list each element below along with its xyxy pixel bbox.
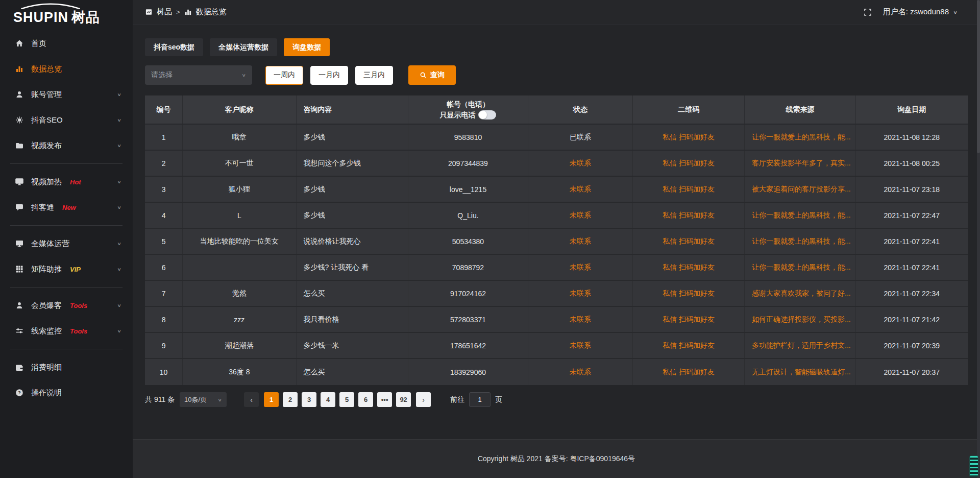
next-page-button[interactable]: › (416, 392, 431, 407)
page-size-select[interactable]: 10条/页 ∨ (180, 392, 227, 407)
sidebar-item-抖客通[interactable]: 抖客通New∨ (0, 195, 133, 220)
page-button-4[interactable]: 4 (321, 392, 335, 407)
sidebar-item-label: 操作说明 (31, 388, 62, 398)
cell-qrcode[interactable]: 私信 扫码加好友 (633, 307, 745, 332)
breadcrumb-current: 数据总览 (196, 7, 227, 17)
cell-date: 2021-11-08 00:25 (856, 151, 968, 176)
page-button-6[interactable]: 6 (358, 392, 373, 407)
table-row: 8zzz我只看价格572803371未联系私信 扫码加好友如何正确选择投影仪，买… (145, 307, 968, 333)
member-icon (15, 301, 23, 309)
chevron-down-icon: ∨ (117, 328, 121, 333)
cell-source[interactable]: 感谢大家喜欢我家，被问了好... (745, 281, 856, 306)
cell-content: 多少钱一米 (297, 333, 408, 358)
panel-icon (145, 8, 153, 16)
table-row: 1哦章多少钱9583810已联系私信 扫码加好友让你一眼就爱上的黑科技，能...… (145, 125, 968, 151)
column-header-线索来源: 线索来源 (745, 95, 856, 124)
breadcrumb-root[interactable]: 树品 (157, 7, 172, 17)
cell-qrcode[interactable]: 私信 扫码加好友 (633, 177, 745, 202)
prev-page-button[interactable]: ‹ (244, 392, 259, 407)
page-button-92[interactable]: 92 (396, 392, 411, 407)
sidebar-item-账号管理[interactable]: 账号管理∨ (0, 82, 133, 107)
breadcrumb: 树品 > 数据总览 (145, 7, 227, 17)
column-header-询盘日期: 询盘日期 (856, 95, 968, 124)
cell-source[interactable]: 无主灯设计，智能磁吸轨道灯... (745, 359, 856, 385)
question-icon: ? (15, 389, 23, 397)
sidebar-item-badge: VIP (70, 266, 81, 273)
sidebar-item-首页[interactable]: 首页 (0, 31, 133, 56)
sidebar-item-数据总览[interactable]: 数据总览 (0, 56, 133, 82)
user-menu[interactable]: 用户名: zswodun88 ∨ (883, 7, 958, 17)
table-row: 1036度 8怎么买183929060未联系私信 扫码加好友无主灯设计，智能磁吸… (145, 359, 968, 385)
chevron-down-icon: ∨ (117, 267, 121, 272)
cell-date: 2021-11-07 22:47 (856, 203, 968, 228)
range-button-三月内[interactable]: 三月内 (355, 66, 393, 85)
cell-qrcode[interactable]: 私信 扫码加好友 (633, 151, 745, 176)
chevron-down-icon: ∨ (117, 92, 121, 97)
filter-select-placeholder: 请选择 (151, 70, 173, 80)
date-range-buttons: 一周内一月内三月内 (265, 66, 393, 85)
cell-account: Q_Liu. (408, 203, 528, 228)
cell-status: 未联系 (528, 203, 633, 228)
screen-icon (15, 178, 23, 186)
page-button-2[interactable]: 2 (283, 392, 298, 407)
user-zone: 用户名: zswodun88 ∨ (864, 7, 958, 17)
scrollbar-thumb[interactable] (977, 0, 980, 153)
scrollbar[interactable] (977, 0, 980, 478)
chevron-down-icon: ∨ (241, 73, 246, 78)
cell-status: 未联系 (528, 307, 633, 332)
sidebar-item-矩阵助推[interactable]: 矩阵助推VIP∨ (0, 256, 133, 282)
page-button-5[interactable]: 5 (339, 392, 354, 407)
cell-source[interactable]: 让你一眼就爱上的黑科技，能... (745, 255, 856, 280)
tab-全媒体运营数据[interactable]: 全媒体运营数据 (210, 38, 277, 56)
cell-source[interactable]: 多功能护栏灯，适用于乡村文... (745, 333, 856, 358)
range-button-一月内[interactable]: 一月内 (310, 66, 348, 85)
cell-source[interactable]: 让你一眼就爱上的黑科技，能... (745, 203, 856, 228)
sidebar-item-全媒体运营[interactable]: 全媒体运营∨ (0, 231, 133, 256)
page-size-value: 10条/页 (184, 395, 207, 404)
chevron-down-icon: ∨ (117, 205, 121, 210)
filter-select[interactable]: 请选择 ∨ (145, 65, 252, 85)
cell-account: love__1215 (408, 177, 528, 202)
cell-content: 多少钱 (297, 203, 408, 228)
sidebar-item-会员爆客[interactable]: 会员爆客Tools∨ (0, 293, 133, 318)
query-button[interactable]: 查询 (408, 65, 456, 85)
cell-qrcode[interactable]: 私信 扫码加好友 (633, 203, 745, 228)
cell-qrcode[interactable]: 私信 扫码加好友 (633, 125, 745, 150)
cell-source[interactable]: 如何正确选择投影仪，买投影... (745, 307, 856, 332)
sidebar-item-消费明细[interactable]: 消费明细 (0, 354, 133, 380)
cell-qrcode[interactable]: 私信 扫码加好友 (633, 255, 745, 280)
page-button-1[interactable]: 1 (264, 392, 279, 407)
cell-qrcode[interactable]: 私信 扫码加好友 (633, 281, 745, 306)
cell-content: 我只看价格 (297, 307, 408, 332)
sidebar-item-操作说明[interactable]: ?操作说明 (0, 380, 133, 405)
cell-date: 2021-11-07 22:41 (856, 229, 968, 254)
goto-page-input[interactable] (469, 392, 491, 407)
corner-widget[interactable] (969, 456, 978, 477)
cell-source[interactable]: 客厅安装投影半年多了，真实... (745, 151, 856, 176)
column-header-状态: 状态 (528, 95, 633, 124)
tab-询盘数据[interactable]: 询盘数据 (284, 38, 330, 56)
table-row: 3狐小狸多少钱love__1215未联系私信 扫码加好友被大家追着问的客厅投影分… (145, 177, 968, 203)
range-button-一周内[interactable]: 一周内 (265, 66, 303, 85)
total-count: 共 911 条 (145, 395, 175, 404)
table-header: 编号客户昵称咨询内容帐号（电话）只显示电话状态二维码线索来源询盘日期 (145, 95, 968, 125)
cell-qrcode[interactable]: 私信 扫码加好友 (633, 359, 745, 385)
sidebar-item-视频加热[interactable]: 视频加热Hot∨ (0, 169, 133, 195)
sidebar-item-线索监控[interactable]: 线索监控Tools∨ (0, 318, 133, 344)
page-button-3[interactable]: 3 (302, 392, 316, 407)
cell-qrcode[interactable]: 私信 扫码加好友 (633, 229, 745, 254)
cell-qrcode[interactable]: 私信 扫码加好友 (633, 333, 745, 358)
cell-source[interactable]: 让你一眼就爱上的黑科技，能... (745, 229, 856, 254)
page-ellipsis-button[interactable]: ••• (377, 392, 392, 407)
sidebar-item-抖音SEO[interactable]: 抖音SEO∨ (0, 107, 133, 133)
cell-source[interactable]: 被大家追着问的客厅投影分享... (745, 177, 856, 202)
cell-source[interactable]: 让你一眼就爱上的黑科技，能... (745, 125, 856, 150)
phone-only-toggle[interactable] (478, 110, 496, 119)
fullscreen-icon[interactable] (864, 8, 872, 16)
chart-icon (184, 8, 192, 16)
sidebar-item-视频发布[interactable]: 视频发布∨ (0, 133, 133, 158)
column-header-编号: 编号 (145, 95, 183, 124)
tab-抖音seo数据[interactable]: 抖音seo数据 (145, 38, 203, 56)
cell-date: 2021-11-07 22:34 (856, 281, 968, 306)
username-label: 用户名: (883, 7, 908, 16)
